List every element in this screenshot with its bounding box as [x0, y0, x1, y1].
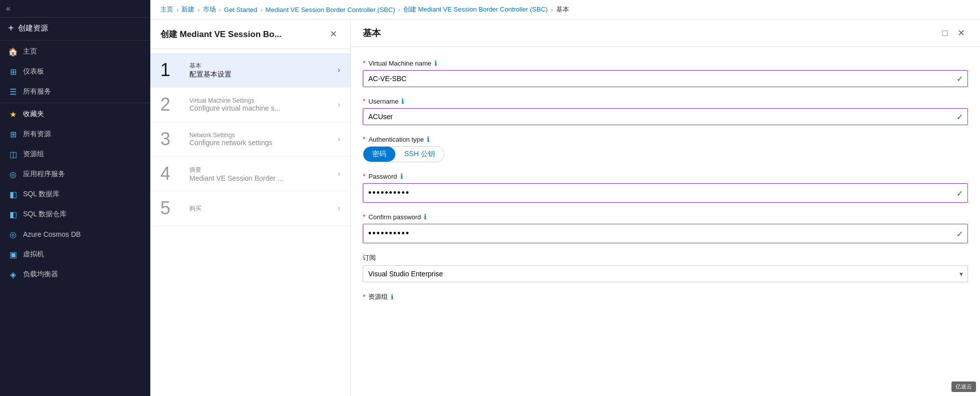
step-4-name: Mediant VE Session Border ... — [189, 174, 338, 182]
content-area: 创建 Mediant VE Session Bo... ✕ 1 基本 配置基本设… — [150, 20, 980, 396]
resource-group-info-icon[interactable]: ℹ — [391, 293, 393, 301]
sidebar-item-lb-label: 负载均衡器 — [23, 270, 58, 279]
resource-group-label-text: 资源组 — [368, 292, 388, 301]
auth-type-label: * Authentication type ℹ — [363, 135, 968, 143]
wizard-step-2[interactable]: 2 Virtual Machine Settings Configure vir… — [150, 88, 350, 122]
vm-name-label-text: Virtual Machine name — [368, 60, 431, 67]
vm-icon: ▣ — [8, 249, 18, 259]
breadcrumb-create[interactable]: 创建 Mediant VE Session Border Controller … — [403, 5, 548, 14]
load-balancer-icon: ◈ — [8, 269, 18, 279]
username-info-icon[interactable]: ℹ — [401, 97, 404, 105]
step-3-arrow: › — [338, 135, 340, 144]
password-input-wrapper: ✓ — [363, 183, 968, 203]
password-label: * Password ℹ — [363, 172, 968, 180]
vm-name-field: * Virtual Machine name ℹ ✓ — [363, 59, 968, 87]
sidebar-item-home[interactable]: 🏠 主页 — [0, 42, 150, 62]
password-input[interactable] — [363, 183, 968, 203]
wizard-step-1[interactable]: 1 基本 配置基本设置 › — [150, 53, 350, 88]
wizard-step-5[interactable]: 5 购买 › — [150, 191, 350, 226]
auth-type-toggle: 密码 SSH 公钥 — [363, 146, 444, 162]
sidebar-item-services[interactable]: ☰ 所有服务 — [0, 82, 150, 102]
breadcrumb-getstarted[interactable]: Get Started — [224, 6, 257, 14]
sidebar-item-sqlwarehouse[interactable]: ◧ SQL 数据仓库 — [0, 204, 150, 224]
username-input-wrapper: ✓ — [363, 108, 968, 125]
username-label: * Username ℹ — [363, 97, 968, 105]
sidebar-item-lb[interactable]: ◈ 负载均衡器 — [0, 264, 150, 284]
breadcrumb-new[interactable]: 新建 — [181, 5, 194, 14]
app-service-icon: ◎ — [8, 169, 18, 179]
step-3-name: Configure network settings — [189, 139, 338, 147]
step-2-name: Configure virtual machine s... — [189, 104, 338, 112]
sidebar-item-appservice[interactable]: ◎ 应用程序服务 — [0, 164, 150, 184]
resource-group-icon: ◫ — [8, 149, 18, 159]
password-field: * Password ℹ ✓ — [363, 172, 968, 203]
sidebar-item-appservice-label: 应用程序服务 — [23, 170, 65, 179]
breadcrumb-current: 基本 — [556, 5, 569, 14]
auth-ssh-button[interactable]: SSH 公钥 — [395, 147, 444, 162]
step-4-info: 摘要 Mediant VE Session Border ... — [189, 166, 338, 182]
password-info-icon[interactable]: ℹ — [400, 172, 403, 180]
confirm-password-input[interactable] — [363, 224, 968, 243]
resource-group-label: * 资源组 ℹ — [363, 292, 968, 301]
step-1-arrow: › — [338, 66, 340, 75]
step-5-number: 5 — [160, 199, 185, 217]
sidebar-item-resourcegroup-label: 资源组 — [23, 150, 44, 159]
vm-name-check-icon: ✓ — [956, 74, 963, 84]
sidebar-divider-2 — [0, 103, 150, 103]
auth-type-info-icon[interactable]: ℹ — [427, 135, 429, 143]
dashboard-icon: ⊞ — [8, 67, 18, 77]
main-content: 主页 › 新建 › 市场 › Get Started › Mediant VE … — [150, 0, 980, 396]
form-title: 基本 — [363, 27, 381, 39]
subscription-field: 订阅 Visual Studio Enterprise ▾ — [363, 253, 968, 282]
username-label-text: Username — [368, 98, 398, 105]
form-header-actions: □ ✕ — [939, 27, 968, 40]
confirm-password-label: * Confirm password ℹ — [363, 213, 968, 221]
home-icon: 🏠 — [8, 47, 18, 57]
form-close-button[interactable]: ✕ — [954, 27, 968, 40]
confirm-password-info-icon[interactable]: ℹ — [424, 213, 426, 221]
create-resource-button[interactable]: + 主页 创建资源 — [0, 18, 150, 39]
step-1-number: 1 — [160, 61, 185, 79]
wizard-close-button[interactable]: ✕ — [327, 28, 340, 41]
sidebar-item-services-label: 所有服务 — [23, 87, 51, 96]
vm-name-input[interactable] — [363, 70, 968, 87]
username-check-icon: ✓ — [956, 112, 963, 122]
sidebar-item-sql-label: SQL 数据库 — [23, 190, 60, 199]
vm-name-info-icon[interactable]: ℹ — [434, 59, 437, 67]
step-3-number: 3 — [160, 130, 185, 148]
sidebar-collapse-button[interactable]: « — [6, 4, 11, 13]
sidebar-item-dashboard[interactable]: ⊞ 仪表板 — [0, 62, 150, 82]
wizard-step-4[interactable]: 4 摘要 Mediant VE Session Border ... › — [150, 157, 350, 191]
step-3-info: Network Settings Configure network setti… — [189, 132, 338, 147]
sidebar-item-favorites[interactable]: ★ 收藏夹 — [0, 104, 150, 124]
subscription-label-text: 订阅 — [363, 253, 376, 262]
sidebar-item-vm-label: 虚拟机 — [23, 250, 44, 259]
breadcrumb-home[interactable]: 主页 — [160, 5, 173, 14]
step-1-subtitle: 基本 — [189, 62, 338, 70]
auth-password-button[interactable]: 密码 — [363, 147, 395, 162]
form-maximize-button[interactable]: □ — [939, 27, 950, 40]
sidebar-item-allresources[interactable]: ⊞ 所有资源 — [0, 124, 150, 144]
sql-warehouse-icon: ◧ — [8, 209, 18, 219]
resource-group-field: * 资源组 ℹ — [363, 292, 968, 301]
create-resource-text: 创建资源 — [18, 24, 48, 33]
sidebar-item-cosmos[interactable]: ◎ Azure Cosmos DB — [0, 224, 150, 244]
step-4-number: 4 — [160, 165, 185, 183]
sidebar-item-resourcegroup[interactable]: ◫ 资源组 — [0, 144, 150, 164]
subscription-select[interactable]: Visual Studio Enterprise — [363, 265, 968, 282]
services-icon: ☰ — [8, 87, 18, 97]
breadcrumb-sbc[interactable]: Mediant VE Session Border Controller (SB… — [266, 6, 395, 14]
auth-type-label-text: Authentication type — [368, 136, 424, 143]
breadcrumb-market[interactable]: 市场 — [203, 5, 216, 14]
wizard-step-3[interactable]: 3 Network Settings Configure network set… — [150, 122, 350, 157]
all-resources-icon: ⊞ — [8, 129, 18, 139]
watermark: 亿迷云 — [951, 381, 976, 392]
username-input[interactable] — [363, 108, 968, 125]
sidebar-item-sql[interactable]: ◧ SQL 数据库 — [0, 184, 150, 204]
confirm-password-label-text: Confirm password — [368, 213, 421, 221]
form-panel: 基本 □ ✕ * Virtual Machine name ℹ ✓ — [351, 20, 980, 396]
username-field: * Username ℹ ✓ — [363, 97, 968, 125]
confirm-password-input-wrapper: ✓ — [363, 224, 968, 243]
sidebar-item-vm[interactable]: ▣ 虚拟机 — [0, 244, 150, 264]
password-check-icon: ✓ — [956, 188, 963, 198]
